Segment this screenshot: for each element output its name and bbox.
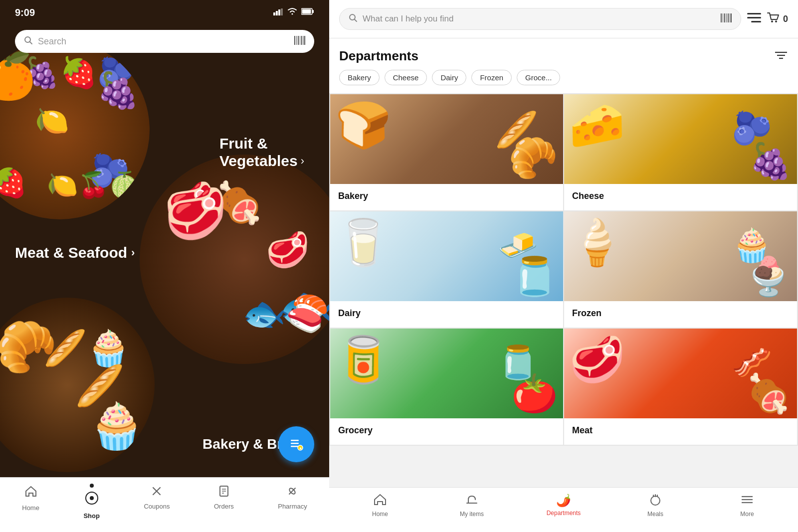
dept-card-img-meat: 🥩 🍖 🥓 [564, 329, 797, 418]
nav-item-departments-right[interactable]: 🌶️ Departments [546, 494, 581, 517]
departments-content: Departments Bakery Cheese Dairy Frozen G… [329, 38, 798, 487]
nav-label-my-items-right: My items [460, 511, 484, 518]
nav-label-home-right: Home [372, 511, 388, 518]
list-icon-right[interactable] [747, 12, 761, 26]
fruit-veg-text: Fruit & [219, 135, 304, 153]
dept-card-img-frozen: 🍦 🍨 🧁 [564, 211, 797, 301]
nav-item-pharmacy-left[interactable]: Pharmacy [278, 485, 307, 510]
floating-action-button[interactable]: ★ [278, 426, 314, 462]
dept-card-img-cheese: 🧀 🍇 🫐 [564, 94, 797, 184]
nav-item-my-items-right[interactable]: My items [454, 494, 489, 518]
cart-icon [767, 12, 780, 26]
svg-rect-5 [312, 10, 314, 13]
nav-item-coupons-left[interactable]: Coupons [144, 485, 170, 510]
svg-rect-16 [291, 440, 299, 441]
chip-cheese[interactable]: Cheese [385, 70, 427, 85]
dept-card-grocery[interactable]: 🥫 🍅 🫙 Grocery [330, 329, 563, 445]
departments-grid: 🍞 🥐 🥖 Bakery 🧀 🍇 🫐 Cheese 🥛 � [329, 93, 798, 446]
dept-card-img-bakery: 🍞 🥐 🥖 [330, 94, 563, 184]
svg-rect-1 [276, 11, 278, 15]
pharmacy-icon-left [286, 485, 299, 500]
nav-item-orders-left[interactable]: Orders [214, 485, 234, 510]
home-icon-left [24, 485, 37, 501]
shop-icon-left [84, 491, 99, 509]
meals-icon-right [649, 494, 662, 509]
meat-seafood-image: 🥩 🐟 🥩 [140, 155, 329, 364]
svg-rect-9 [294, 36, 295, 45]
my-items-icon-right [465, 494, 478, 509]
dept-card-meat[interactable]: 🥩 🍖 🥓 Meat [564, 329, 797, 445]
svg-rect-34 [723, 13, 723, 22]
dept-card-label-cheese: Cheese [564, 184, 797, 210]
nav-label-meals-right: Meals [647, 511, 663, 518]
nav-label-more-right: More [740, 511, 754, 518]
meat-seafood-arrow: › [131, 246, 135, 259]
departments-header: Departments [329, 38, 798, 70]
search-icon-right [349, 13, 358, 24]
nav-item-home-right[interactable]: Home [363, 494, 398, 518]
meat-seafood-text: Meat & Seafood [15, 244, 127, 261]
nav-label-home-left: Home [22, 504, 39, 512]
battery-icon [301, 8, 314, 17]
svg-rect-10 [296, 36, 297, 45]
dept-card-img-dairy: 🥛 🫙 🧈 [330, 211, 563, 301]
dept-card-bakery[interactable]: 🍞 🥐 🥖 Bakery [330, 94, 563, 210]
svg-rect-15 [304, 36, 305, 45]
left-search-bar[interactable]: Search [15, 30, 314, 53]
svg-point-43 [771, 20, 773, 22]
chip-frozen[interactable]: Frozen [471, 70, 512, 85]
svg-point-22 [90, 496, 94, 500]
nav-item-shop-left[interactable]: Shop [83, 485, 100, 520]
nav-item-home-left[interactable]: Home [22, 485, 39, 512]
right-bottom-nav: Home My items 🌶️ Departments Meals More [329, 487, 798, 532]
svg-rect-13 [301, 36, 302, 45]
svg-rect-0 [273, 12, 275, 15]
cart-badge[interactable]: 0 [767, 12, 788, 26]
dept-card-cheese[interactable]: 🧀 🍇 🫐 Cheese [564, 94, 797, 210]
nav-label-departments-right: Departments [547, 510, 581, 517]
status-bar: 9:09 [0, 0, 329, 25]
left-bottom-nav: Home Shop Coupons Orders Pharmacy [0, 477, 329, 532]
dept-card-label-bakery: Bakery [330, 184, 563, 210]
coupons-icon-left [150, 485, 163, 500]
svg-point-49 [651, 496, 660, 505]
meat-seafood-label[interactable]: Meat & Seafood › [15, 244, 135, 261]
svg-rect-17 [291, 443, 299, 444]
svg-text:★: ★ [299, 446, 302, 451]
nav-item-more-right[interactable]: More [730, 494, 765, 518]
nav-item-meals-right[interactable]: Meals [638, 494, 673, 518]
left-phone-panel: 9:09 Search 🍊 🍇 🍓 🫐 🍋 🥩 [0, 0, 329, 532]
svg-rect-42 [751, 21, 761, 22]
chip-bakery[interactable]: Bakery [339, 70, 380, 85]
svg-rect-11 [298, 36, 299, 45]
svg-rect-41 [747, 17, 761, 18]
barcode-icon-right[interactable] [721, 13, 732, 24]
filter-icon[interactable] [774, 50, 788, 63]
nav-label-coupons-left: Coupons [144, 503, 170, 510]
right-search-placeholder: What can I help you find [363, 14, 716, 24]
nav-label-orders-left: Orders [214, 503, 234, 510]
barcode-scan-icon-left[interactable] [294, 36, 305, 47]
nav-label-shop-left: Shop [83, 512, 100, 520]
chip-grocery[interactable]: Groce... [517, 70, 560, 85]
dept-card-label-frozen: Frozen [564, 301, 797, 328]
departments-title: Departments [339, 48, 418, 64]
fruit-veg-text2: Vegetables › [219, 153, 304, 170]
left-search-placeholder: Search [38, 36, 289, 47]
home-icon-right [374, 494, 387, 509]
svg-rect-6 [302, 9, 311, 14]
fruit-veg-label[interactable]: Fruit & Vegetables › [219, 135, 304, 170]
svg-line-8 [30, 42, 32, 44]
cart-count: 0 [783, 14, 788, 24]
more-icon-right [741, 494, 754, 509]
svg-rect-12 [300, 36, 300, 45]
right-search-bar[interactable]: What can I help you find [339, 8, 741, 30]
dept-card-frozen[interactable]: 🍦 🍨 🧁 Frozen [564, 211, 797, 328]
dept-card-dairy[interactable]: 🥛 🫙 🧈 Dairy [330, 211, 563, 328]
chip-dairy[interactable]: Dairy [432, 70, 466, 85]
right-panel: What can I help you find 0 Departments B… [329, 0, 798, 532]
search-icon-left [24, 36, 33, 47]
nav-label-pharmacy-left: Pharmacy [278, 503, 307, 510]
dept-card-label-meat: Meat [564, 418, 797, 445]
signal-icon [273, 8, 283, 17]
